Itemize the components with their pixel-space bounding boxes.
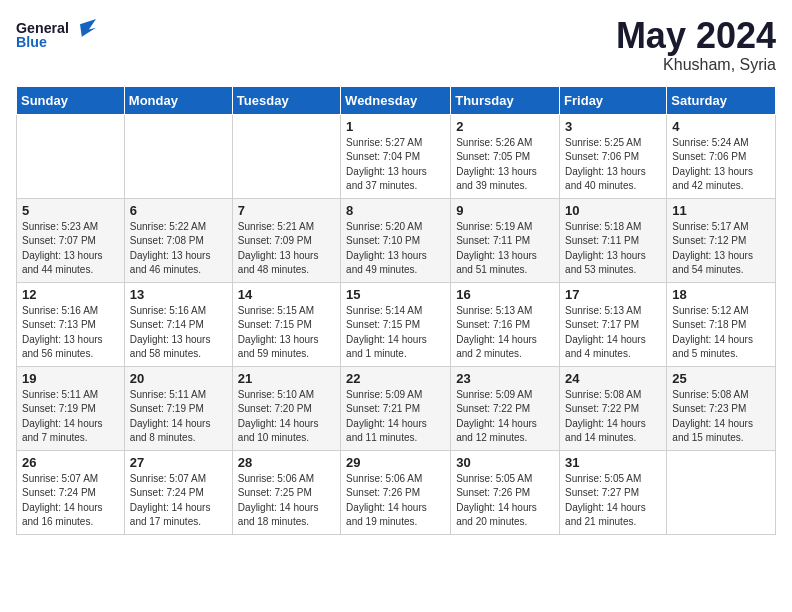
- day-info: Sunrise: 5:09 AM Sunset: 7:22 PM Dayligh…: [456, 388, 554, 446]
- day-number: 3: [565, 119, 661, 134]
- calendar-cell: 8Sunrise: 5:20 AM Sunset: 7:10 PM Daylig…: [341, 198, 451, 282]
- day-number: 22: [346, 371, 445, 386]
- day-info: Sunrise: 5:11 AM Sunset: 7:19 PM Dayligh…: [130, 388, 227, 446]
- calendar-table: SundayMondayTuesdayWednesdayThursdayFrid…: [16, 86, 776, 535]
- day-info: Sunrise: 5:20 AM Sunset: 7:10 PM Dayligh…: [346, 220, 445, 278]
- calendar-cell: 4Sunrise: 5:24 AM Sunset: 7:06 PM Daylig…: [667, 114, 776, 198]
- calendar-cell: 1Sunrise: 5:27 AM Sunset: 7:04 PM Daylig…: [341, 114, 451, 198]
- day-info: Sunrise: 5:14 AM Sunset: 7:15 PM Dayligh…: [346, 304, 445, 362]
- month-year: May 2024: [616, 16, 776, 56]
- logo-icon: General Blue: [16, 16, 96, 52]
- logo: General Blue: [16, 16, 96, 52]
- calendar-cell: 20Sunrise: 5:11 AM Sunset: 7:19 PM Dayli…: [124, 366, 232, 450]
- weekday-monday: Monday: [124, 86, 232, 114]
- day-number: 10: [565, 203, 661, 218]
- calendar-cell: 16Sunrise: 5:13 AM Sunset: 7:16 PM Dayli…: [451, 282, 560, 366]
- day-number: 13: [130, 287, 227, 302]
- day-info: Sunrise: 5:26 AM Sunset: 7:05 PM Dayligh…: [456, 136, 554, 194]
- day-info: Sunrise: 5:16 AM Sunset: 7:13 PM Dayligh…: [22, 304, 119, 362]
- calendar-cell: 15Sunrise: 5:14 AM Sunset: 7:15 PM Dayli…: [341, 282, 451, 366]
- calendar-week-1: 1Sunrise: 5:27 AM Sunset: 7:04 PM Daylig…: [17, 114, 776, 198]
- calendar-cell: [232, 114, 340, 198]
- calendar-cell: 23Sunrise: 5:09 AM Sunset: 7:22 PM Dayli…: [451, 366, 560, 450]
- location: Khusham, Syria: [616, 56, 776, 74]
- day-number: 20: [130, 371, 227, 386]
- day-info: Sunrise: 5:07 AM Sunset: 7:24 PM Dayligh…: [130, 472, 227, 530]
- day-number: 29: [346, 455, 445, 470]
- calendar-cell: [124, 114, 232, 198]
- day-info: Sunrise: 5:06 AM Sunset: 7:25 PM Dayligh…: [238, 472, 335, 530]
- calendar-week-3: 12Sunrise: 5:16 AM Sunset: 7:13 PM Dayli…: [17, 282, 776, 366]
- svg-text:Blue: Blue: [16, 34, 47, 50]
- day-info: Sunrise: 5:05 AM Sunset: 7:27 PM Dayligh…: [565, 472, 661, 530]
- title-block: May 2024 Khusham, Syria: [616, 16, 776, 74]
- calendar-cell: 13Sunrise: 5:16 AM Sunset: 7:14 PM Dayli…: [124, 282, 232, 366]
- calendar-cell: 12Sunrise: 5:16 AM Sunset: 7:13 PM Dayli…: [17, 282, 125, 366]
- calendar-cell: 28Sunrise: 5:06 AM Sunset: 7:25 PM Dayli…: [232, 450, 340, 534]
- calendar-cell: 14Sunrise: 5:15 AM Sunset: 7:15 PM Dayli…: [232, 282, 340, 366]
- page-header: General Blue May 2024 Khusham, Syria: [16, 16, 776, 74]
- day-info: Sunrise: 5:22 AM Sunset: 7:08 PM Dayligh…: [130, 220, 227, 278]
- calendar-week-4: 19Sunrise: 5:11 AM Sunset: 7:19 PM Dayli…: [17, 366, 776, 450]
- weekday-wednesday: Wednesday: [341, 86, 451, 114]
- calendar-cell: 27Sunrise: 5:07 AM Sunset: 7:24 PM Dayli…: [124, 450, 232, 534]
- day-info: Sunrise: 5:05 AM Sunset: 7:26 PM Dayligh…: [456, 472, 554, 530]
- day-number: 18: [672, 287, 770, 302]
- day-info: Sunrise: 5:19 AM Sunset: 7:11 PM Dayligh…: [456, 220, 554, 278]
- day-info: Sunrise: 5:17 AM Sunset: 7:12 PM Dayligh…: [672, 220, 770, 278]
- calendar-cell: 5Sunrise: 5:23 AM Sunset: 7:07 PM Daylig…: [17, 198, 125, 282]
- day-number: 26: [22, 455, 119, 470]
- day-info: Sunrise: 5:21 AM Sunset: 7:09 PM Dayligh…: [238, 220, 335, 278]
- day-info: Sunrise: 5:13 AM Sunset: 7:16 PM Dayligh…: [456, 304, 554, 362]
- day-info: Sunrise: 5:10 AM Sunset: 7:20 PM Dayligh…: [238, 388, 335, 446]
- day-number: 31: [565, 455, 661, 470]
- day-info: Sunrise: 5:15 AM Sunset: 7:15 PM Dayligh…: [238, 304, 335, 362]
- calendar-cell: 25Sunrise: 5:08 AM Sunset: 7:23 PM Dayli…: [667, 366, 776, 450]
- day-number: 7: [238, 203, 335, 218]
- day-number: 24: [565, 371, 661, 386]
- calendar-cell: [667, 450, 776, 534]
- day-info: Sunrise: 5:16 AM Sunset: 7:14 PM Dayligh…: [130, 304, 227, 362]
- day-number: 21: [238, 371, 335, 386]
- day-number: 12: [22, 287, 119, 302]
- day-number: 1: [346, 119, 445, 134]
- weekday-tuesday: Tuesday: [232, 86, 340, 114]
- weekday-friday: Friday: [560, 86, 667, 114]
- day-info: Sunrise: 5:09 AM Sunset: 7:21 PM Dayligh…: [346, 388, 445, 446]
- day-number: 23: [456, 371, 554, 386]
- weekday-saturday: Saturday: [667, 86, 776, 114]
- day-info: Sunrise: 5:12 AM Sunset: 7:18 PM Dayligh…: [672, 304, 770, 362]
- day-number: 9: [456, 203, 554, 218]
- day-number: 19: [22, 371, 119, 386]
- calendar-cell: 3Sunrise: 5:25 AM Sunset: 7:06 PM Daylig…: [560, 114, 667, 198]
- calendar-body: 1Sunrise: 5:27 AM Sunset: 7:04 PM Daylig…: [17, 114, 776, 534]
- day-number: 17: [565, 287, 661, 302]
- day-number: 27: [130, 455, 227, 470]
- day-number: 28: [238, 455, 335, 470]
- calendar-cell: 11Sunrise: 5:17 AM Sunset: 7:12 PM Dayli…: [667, 198, 776, 282]
- day-number: 11: [672, 203, 770, 218]
- calendar-cell: 9Sunrise: 5:19 AM Sunset: 7:11 PM Daylig…: [451, 198, 560, 282]
- day-info: Sunrise: 5:08 AM Sunset: 7:23 PM Dayligh…: [672, 388, 770, 446]
- calendar-cell: 21Sunrise: 5:10 AM Sunset: 7:20 PM Dayli…: [232, 366, 340, 450]
- calendar-cell: 10Sunrise: 5:18 AM Sunset: 7:11 PM Dayli…: [560, 198, 667, 282]
- weekday-header-row: SundayMondayTuesdayWednesdayThursdayFrid…: [17, 86, 776, 114]
- day-number: 4: [672, 119, 770, 134]
- weekday-sunday: Sunday: [17, 86, 125, 114]
- day-number: 6: [130, 203, 227, 218]
- day-info: Sunrise: 5:25 AM Sunset: 7:06 PM Dayligh…: [565, 136, 661, 194]
- calendar-week-2: 5Sunrise: 5:23 AM Sunset: 7:07 PM Daylig…: [17, 198, 776, 282]
- calendar-cell: 31Sunrise: 5:05 AM Sunset: 7:27 PM Dayli…: [560, 450, 667, 534]
- calendar-cell: 7Sunrise: 5:21 AM Sunset: 7:09 PM Daylig…: [232, 198, 340, 282]
- calendar-cell: [17, 114, 125, 198]
- day-info: Sunrise: 5:06 AM Sunset: 7:26 PM Dayligh…: [346, 472, 445, 530]
- day-number: 14: [238, 287, 335, 302]
- calendar-cell: 24Sunrise: 5:08 AM Sunset: 7:22 PM Dayli…: [560, 366, 667, 450]
- day-info: Sunrise: 5:08 AM Sunset: 7:22 PM Dayligh…: [565, 388, 661, 446]
- day-number: 25: [672, 371, 770, 386]
- day-info: Sunrise: 5:24 AM Sunset: 7:06 PM Dayligh…: [672, 136, 770, 194]
- calendar-cell: 18Sunrise: 5:12 AM Sunset: 7:18 PM Dayli…: [667, 282, 776, 366]
- calendar-cell: 6Sunrise: 5:22 AM Sunset: 7:08 PM Daylig…: [124, 198, 232, 282]
- day-number: 5: [22, 203, 119, 218]
- svg-marker-2: [80, 19, 96, 37]
